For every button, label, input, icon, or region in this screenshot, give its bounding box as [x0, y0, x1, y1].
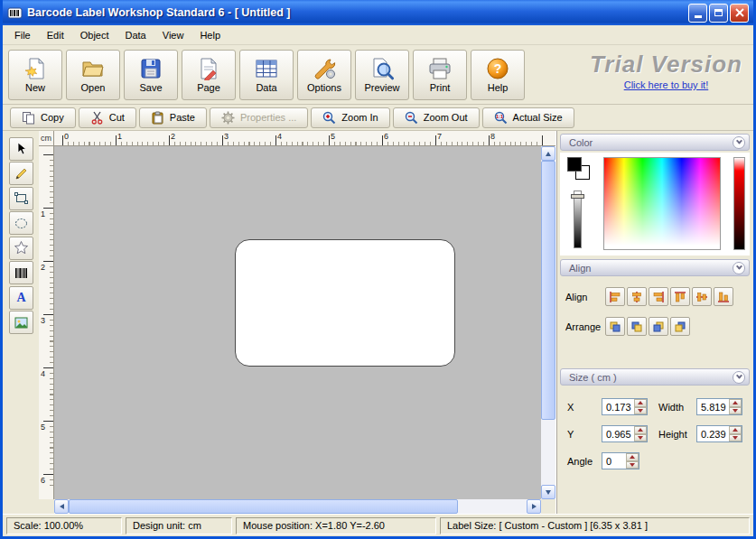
- new-button[interactable]: New: [8, 50, 62, 100]
- paste-button[interactable]: Paste: [139, 107, 207, 128]
- x-down-button[interactable]: [634, 407, 647, 415]
- minimize-button[interactable]: [688, 4, 707, 23]
- svg-text:1:1: 1:1: [496, 114, 503, 119]
- send-backward-button[interactable]: [670, 317, 690, 336]
- width-value[interactable]: 5.819: [697, 399, 729, 414]
- menu-data[interactable]: Data: [117, 27, 154, 43]
- horizontal-scroll-thumb[interactable]: [69, 499, 458, 514]
- scroll-down-button[interactable]: [541, 485, 555, 499]
- height-down-button[interactable]: [729, 434, 742, 442]
- help-button[interactable]: ? Help: [471, 50, 525, 100]
- bring-to-front-button[interactable]: [605, 317, 625, 336]
- vertical-scroll-thumb[interactable]: [541, 161, 555, 420]
- maximize-button[interactable]: [709, 4, 728, 23]
- save-label: Save: [139, 82, 162, 93]
- image-tool-button[interactable]: [9, 311, 33, 334]
- align-middle-button[interactable]: [692, 287, 712, 306]
- angle-stepper[interactable]: 0: [602, 452, 639, 469]
- preview-button[interactable]: Preview: [355, 50, 409, 100]
- star-tool-button[interactable]: [9, 237, 33, 260]
- menu-edit[interactable]: Edit: [39, 27, 72, 43]
- save-button[interactable]: Save: [124, 50, 178, 100]
- close-button[interactable]: [730, 4, 749, 23]
- angle-up-button[interactable]: [626, 453, 639, 461]
- ruler-number: 5: [331, 132, 335, 141]
- barcode-tool-button[interactable]: [9, 261, 33, 284]
- page-button[interactable]: Page: [182, 50, 236, 100]
- cut-button[interactable]: Cut: [79, 107, 136, 128]
- zoom-out-button[interactable]: Zoom Out: [393, 107, 480, 128]
- align-center-button[interactable]: [627, 287, 647, 306]
- text-tool-button[interactable]: A: [9, 286, 33, 310]
- x-stepper[interactable]: 0.173: [602, 398, 648, 415]
- foreground-color-swatch[interactable]: [567, 157, 582, 172]
- horizontal-scroll-track[interactable]: [69, 499, 527, 514]
- bring-forward-button[interactable]: [649, 317, 668, 336]
- label-shape[interactable]: [235, 239, 455, 367]
- y-value[interactable]: 0.965: [602, 426, 634, 441]
- vertical-scroll-track[interactable]: [541, 161, 555, 485]
- value-gradient-strip[interactable]: [733, 157, 745, 250]
- gear-icon: [221, 111, 235, 125]
- y-down-button[interactable]: [634, 434, 647, 442]
- align-right-button[interactable]: [649, 287, 668, 306]
- ellipse-tool-button[interactable]: [9, 211, 33, 235]
- ruler-number: 4: [277, 132, 282, 141]
- design-canvas[interactable]: [54, 146, 541, 499]
- scroll-corner-right: [541, 499, 555, 514]
- align-left-button[interactable]: [605, 287, 625, 306]
- height-value[interactable]: 0.239: [697, 426, 729, 441]
- width-down-button[interactable]: [729, 407, 742, 415]
- angle-down-button[interactable]: [626, 461, 639, 469]
- align-top-button[interactable]: [670, 287, 690, 306]
- rectangle-tool-button[interactable]: [9, 187, 33, 210]
- angle-value[interactable]: 0: [602, 453, 626, 469]
- open-button[interactable]: Open: [66, 50, 120, 100]
- send-to-back-button[interactable]: [627, 317, 647, 336]
- menu-help[interactable]: Help: [191, 27, 229, 43]
- menu-object[interactable]: Object: [72, 27, 117, 43]
- scroll-left-button[interactable]: [54, 499, 69, 514]
- properties-button[interactable]: Properties ...: [210, 107, 308, 128]
- actual-size-button[interactable]: 1:1 Actual Size: [482, 107, 574, 128]
- help-question-icon: ?: [486, 56, 510, 80]
- vertical-scrollbar[interactable]: [541, 146, 555, 499]
- x-value[interactable]: 0.173: [602, 399, 634, 414]
- window-title: Barcode Label Workshop Standard 6 - [ Un…: [27, 6, 686, 19]
- luminance-slider[interactable]: [574, 191, 582, 248]
- hue-saturation-field[interactable]: [603, 157, 721, 250]
- x-up-button[interactable]: [634, 399, 647, 407]
- scroll-right-button[interactable]: [527, 499, 541, 514]
- color-section-header[interactable]: Color: [560, 134, 750, 151]
- options-button[interactable]: Options: [297, 50, 351, 100]
- print-button[interactable]: Print: [413, 50, 467, 100]
- copy-button[interactable]: Copy: [10, 107, 76, 128]
- maximize-icon: [714, 9, 723, 16]
- options-wrench-icon: [313, 56, 337, 80]
- preview-label: Preview: [364, 82, 399, 93]
- height-up-button[interactable]: [729, 426, 742, 434]
- size-section-header[interactable]: Size ( cm ): [560, 368, 750, 386]
- send-backward-icon: [674, 321, 686, 333]
- height-stepper[interactable]: 0.239: [696, 425, 742, 442]
- menu-file[interactable]: File: [6, 27, 39, 43]
- y-stepper[interactable]: 0.965: [602, 425, 648, 442]
- width-stepper[interactable]: 5.819: [696, 398, 742, 415]
- scroll-up-button[interactable]: [541, 146, 555, 161]
- status-design-unit: Design unit: cm: [126, 517, 232, 534]
- align-section-header[interactable]: Align: [560, 259, 750, 276]
- horizontal-scrollbar[interactable]: [54, 499, 541, 514]
- data-button[interactable]: Data: [239, 50, 294, 100]
- y-up-button[interactable]: [634, 426, 647, 434]
- select-tool-button[interactable]: [9, 137, 33, 161]
- arrow-up-icon: [546, 152, 551, 156]
- properties-label: Properties ...: [240, 112, 296, 123]
- buy-now-link[interactable]: Click here to buy it!: [590, 79, 742, 90]
- width-up-button[interactable]: [729, 399, 742, 407]
- color-section-title: Color: [569, 137, 733, 148]
- menu-view[interactable]: View: [154, 27, 192, 43]
- zoom-in-button[interactable]: Zoom In: [311, 107, 389, 128]
- align-bottom-button[interactable]: [714, 287, 733, 306]
- pencil-tool-button[interactable]: [9, 162, 33, 185]
- luminance-slider-thumb[interactable]: [571, 194, 584, 199]
